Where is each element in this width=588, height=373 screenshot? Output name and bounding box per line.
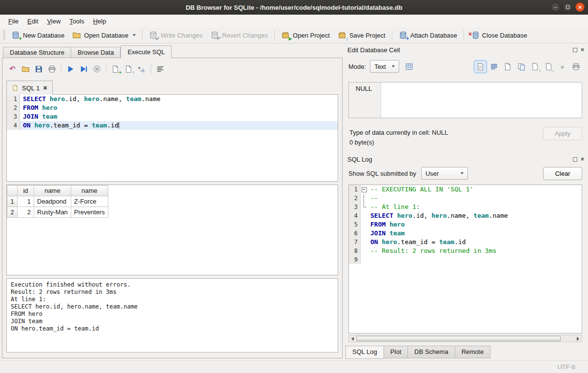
sql-log-line[interactable]: 8-- Result: 2 rows returned in 3ms — [349, 247, 582, 255]
fold-marker[interactable] — [361, 185, 367, 194]
float-dock-icon[interactable] — [573, 48, 577, 52]
window-controls: – × — [551, 2, 585, 12]
dock-tab-remote[interactable]: Remote — [455, 346, 491, 358]
close-dock-icon[interactable]: × — [581, 156, 584, 162]
open-project-icon: ▸ — [281, 31, 290, 40]
clear-log-button[interactable]: Clear — [543, 167, 582, 180]
cell-value-editor[interactable]: NULL — [348, 82, 582, 118]
open-cell-file-button[interactable] — [502, 61, 514, 73]
maximize-button[interactable] — [563, 2, 572, 12]
results-column-header[interactable]: id — [18, 186, 34, 196]
menu-file[interactable]: File — [4, 16, 23, 27]
close-database-button[interactable]: × Close Database — [466, 29, 531, 41]
row-number-header[interactable]: 2 — [7, 207, 18, 218]
sql-log-line[interactable]: 1-- EXECUTING ALL IN 'SQL 1' — [349, 185, 582, 194]
sql-editor-line[interactable]: 3JOIN team — [7, 112, 338, 121]
close-button[interactable]: × — [575, 2, 585, 12]
close-dock-icon[interactable]: × — [581, 47, 584, 53]
sql-log-line[interactable]: 6JOIN team — [349, 229, 582, 238]
sql-editor-line[interactable]: 4ON hero.team_id = team.id — [7, 121, 338, 130]
execute-current-line-button[interactable] — [78, 63, 90, 75]
new-sql-tab-button[interactable]: + — [109, 63, 122, 75]
sql-editor[interactable]: 1SELECT hero.id, hero.name, team.name2FR… — [6, 94, 338, 182]
code-line-text: -- — [367, 194, 582, 203]
set-null-button[interactable] — [556, 61, 568, 73]
results-cell[interactable]: Preventers — [71, 207, 108, 218]
word-wrap-button[interactable] — [488, 61, 500, 73]
scroll-left-arrow[interactable] — [349, 335, 356, 342]
results-cell[interactable]: 2 — [18, 207, 34, 218]
dock-tab-plot[interactable]: Plot — [384, 346, 408, 358]
row-number-header[interactable]: 1 — [7, 196, 18, 207]
text-view-button[interactable] — [474, 61, 487, 73]
minimize-button[interactable]: – — [551, 2, 560, 12]
sql-log-line[interactable]: 5FROM hero — [349, 220, 582, 229]
scrollbar-thumb[interactable] — [356, 336, 561, 341]
menu-help[interactable]: Help — [89, 16, 111, 27]
sql-log-line[interactable]: 9 — [349, 255, 582, 264]
sql-log-viewer[interactable]: 1-- EXECUTING ALL IN 'SQL 1'2--3-- At li… — [348, 185, 582, 333]
results-cell[interactable]: Deadpond — [34, 196, 71, 207]
find-replace-button[interactable]: ab — [136, 63, 148, 75]
undo-button[interactable]: ↶ — [6, 63, 19, 75]
print-cell-button[interactable] — [570, 61, 582, 73]
toolbar-handle[interactable] — [3, 30, 5, 40]
new-database-button[interactable]: + New Database — [7, 29, 68, 41]
code-line-text: -- At line 1: — [367, 203, 582, 211]
menu-edit[interactable]: Edit — [23, 16, 42, 27]
sql-1-tab[interactable]: SQL 1 × — [6, 81, 53, 95]
export-cell-data-button[interactable]: → — [543, 61, 555, 73]
tab-browse-data[interactable]: Browse Data — [71, 47, 121, 58]
execution-output[interactable]: Execution finished without errors. Resul… — [6, 278, 338, 352]
code-line-text: ON hero.team_id = team.id — [20, 121, 338, 130]
mode-combobox[interactable]: Text — [370, 60, 399, 73]
encoding-indicator[interactable]: UTF-8 — [557, 363, 575, 371]
log-filter-combobox[interactable]: User — [421, 167, 468, 180]
open-database-dropdown-caret[interactable] — [133, 34, 136, 36]
float-dock-icon[interactable] — [573, 157, 577, 162]
cell-format-settings-button[interactable] — [403, 61, 415, 73]
open-project-button[interactable]: ▸ Open Project — [277, 29, 334, 41]
results-cell[interactable]: 1 — [18, 196, 34, 207]
sql-log-line[interactable]: 4SELECT hero.id, hero.name, team.name — [349, 211, 582, 220]
fold-marker — [361, 220, 367, 229]
print-sql-button[interactable] — [46, 63, 58, 75]
menu-tools[interactable]: Tools — [65, 16, 88, 27]
log-horizontal-scrollbar[interactable] — [348, 335, 582, 342]
results-column-header[interactable]: name — [34, 186, 71, 196]
write-changes-button[interactable]: ✔ Write Changes — [145, 29, 206, 41]
dock-tab-db-schema[interactable]: DB Schema — [408, 346, 455, 358]
revert-changes-button[interactable]: ↶ Revert Changes — [206, 29, 272, 41]
menu-view[interactable]: View — [42, 16, 65, 27]
attach-database-button[interactable]: + Attach Database — [395, 29, 461, 41]
tab-execute-sql[interactable]: Execute SQL — [121, 45, 172, 59]
results-cell[interactable]: Rusty-Man — [34, 207, 71, 218]
apply-button[interactable]: Apply — [543, 127, 582, 140]
execute-all-button[interactable] — [64, 63, 77, 75]
results-corner-header[interactable] — [7, 186, 18, 196]
open-sql-file-button[interactable] — [20, 63, 32, 75]
titlebar[interactable]: DB Browser for SQLite - /home/user/code/… — [0, 0, 588, 15]
line-number: 3 — [349, 203, 361, 211]
scroll-right-arrow[interactable] — [574, 335, 582, 342]
sql-log-line[interactable]: 3-- At line 1: — [349, 203, 582, 211]
sql-log-line[interactable]: 2-- — [349, 194, 582, 203]
sql-editor-line[interactable]: 2FROM hero — [7, 104, 338, 112]
save-sql-file-button[interactable] — [33, 63, 45, 75]
open-database-button[interactable]: Open Database — [68, 29, 140, 41]
stop-execution-button[interactable] — [91, 63, 103, 75]
sql-log-line[interactable]: 7ON hero.team_id = team.id — [349, 238, 582, 247]
results-column-header[interactable]: name — [71, 186, 108, 196]
import-cell-data-button[interactable]: ↓ — [529, 61, 541, 73]
results-cell[interactable]: Z-Force — [71, 196, 108, 207]
dock-tab-sql-log[interactable]: SQL Log — [345, 346, 384, 359]
open-sql-tab-button[interactable]: ↑ — [122, 63, 135, 75]
close-tab-icon[interactable]: × — [43, 84, 47, 91]
combo-caret-icon — [461, 172, 464, 174]
format-sql-button[interactable] — [154, 63, 166, 75]
sql-editor-line[interactable]: 1SELECT hero.id, hero.name, team.name — [7, 95, 338, 104]
save-project-button[interactable]: ↓ Save Project — [334, 29, 389, 41]
cell-edit-area[interactable] — [381, 83, 582, 118]
copy-cell-button[interactable] — [515, 61, 527, 73]
tab-database-structure[interactable]: Database Structure — [3, 47, 71, 58]
